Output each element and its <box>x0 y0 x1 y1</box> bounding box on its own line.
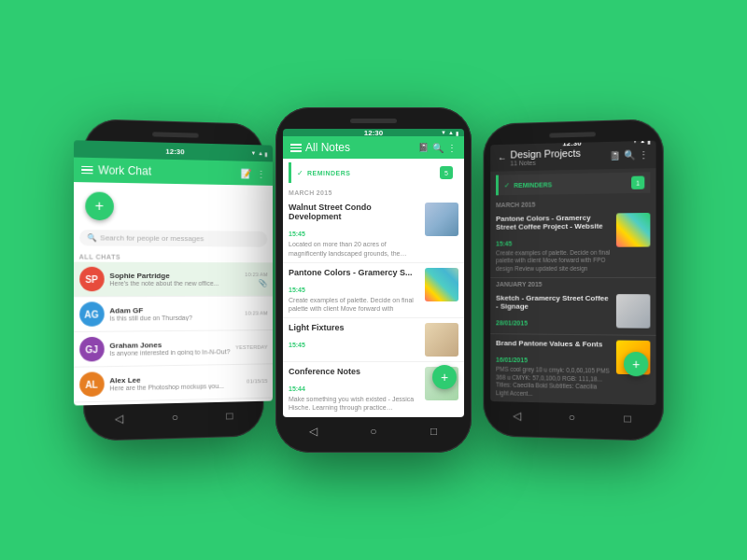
speaker-right <box>549 132 596 137</box>
search-placeholder: Search for people or messages <box>100 233 204 243</box>
chat-info: Sophie Partridge Here's the note about t… <box>109 272 239 287</box>
all-notes-header: All Notes 📓 🔍 ⋮ <box>283 136 464 159</box>
chat-info: Alex Lee Here are the Photoshop mockups … <box>109 374 241 392</box>
reminders-count-dark: 1 <box>631 175 644 189</box>
chat-search-bar[interactable]: 🔍 Search for people or messages <box>79 230 268 247</box>
search-icon[interactable]: 🔍 <box>432 143 444 153</box>
wifi-icon: ▲ <box>640 141 645 144</box>
nav-bar-left: ◁ ○ □ <box>91 401 256 430</box>
phone-work-chat: 12:30 ▼ ▲ ▮ Work Chat 📝 <box>83 119 263 441</box>
speaker-left <box>152 132 199 137</box>
chat-preview: Is anyone interested in going to In-N-Ou… <box>109 348 230 357</box>
screen-design-projects: 12:30 ▼ ▲ ▮ ← Design Projects 11 Notes 📓 <box>490 141 655 405</box>
chat-preview: Is this still due on Thursday? <box>109 315 239 322</box>
more-icon[interactable]: ⋮ <box>639 149 648 160</box>
note-time: 15:44 <box>289 385 305 392</box>
search-icon[interactable]: 🔍 <box>624 149 635 160</box>
hamburger-icon[interactable] <box>81 166 92 175</box>
chat-time: 10:23 AM <box>245 272 267 277</box>
reminder-check-icon: ✓ <box>297 169 303 177</box>
notebook-icon[interactable]: 📓 <box>610 150 620 160</box>
phone-all-notes: 12:30 ▼ ▲ ▮ All Notes 📓 <box>275 107 472 453</box>
note-title: Brand Pantone Values & Fonts <box>496 339 612 348</box>
note-item[interactable]: Pantone Colors - Gramercy Street Coffee … <box>490 208 655 279</box>
hamburger-icon[interactable] <box>290 144 302 152</box>
note-item[interactable]: Light Fixtures 15:45 <box>283 318 464 362</box>
note-text: PMS cool grey 10 u cmyk: 0,0,60,105 PMS … <box>496 366 612 399</box>
phones-container: 12:30 ▼ ▲ ▮ Work Chat 📝 <box>84 107 663 453</box>
note-time: 15:45 <box>289 231 305 237</box>
note-content: Brand Pantone Values & Fonts 16/01/2015 … <box>496 339 612 399</box>
design-notes-count: 11 Notes <box>510 158 605 166</box>
chat-name: Sophie Partridge <box>109 272 239 280</box>
chat-preview: Here's the note about the new office... <box>109 280 239 287</box>
section-date-march: MARCH 2015 <box>283 187 464 198</box>
back-icon[interactable]: ← <box>498 153 507 163</box>
recent-nav-icon[interactable]: □ <box>426 423 443 440</box>
signal-icon: ▼ <box>251 150 257 156</box>
fab-plus-icon: + <box>632 357 640 371</box>
note-title: Pantone Colors - Gramercy Street Coffee … <box>496 213 612 231</box>
note-text: Create examples of palette. Decide on fi… <box>496 249 612 273</box>
battery-icon: ▮ <box>456 130 458 136</box>
chat-preview: Here are the Photoshop mockups you... <box>109 383 241 392</box>
reminders-bar-dark[interactable]: ✓ REMINDERS 1 <box>496 172 650 195</box>
reminders-count: 5 <box>440 166 453 179</box>
home-nav-icon[interactable]: ○ <box>167 409 184 426</box>
note-title: Light Fixtures <box>289 323 420 332</box>
note-time: 16/01/2015 <box>496 357 528 363</box>
nav-bar-right: ◁ ○ □ <box>490 401 655 430</box>
back-nav-icon[interactable]: ◁ <box>111 410 128 427</box>
status-icons-left: ▼ ▲ ▮ <box>251 150 268 157</box>
chat-time: 10:23 AM <box>245 310 267 315</box>
note-content: Conference Notes 15:44 Make something yo… <box>289 367 420 412</box>
add-design-note-fab[interactable]: + <box>624 352 648 377</box>
home-nav-icon[interactable]: ○ <box>564 409 581 426</box>
more-icon[interactable]: ⋮ <box>447 143 457 153</box>
section-date-jan-dark: JANUARY 2015 <box>490 278 655 289</box>
avatar-ag: AG <box>79 301 105 327</box>
nav-bar-center: ◁ ○ □ <box>283 417 464 441</box>
note-item[interactable]: Pantone Colors - Gramercy S... 15:45 Cre… <box>283 263 464 318</box>
status-icons-right: ▼ ▲ ▮ <box>632 141 650 145</box>
back-nav-icon[interactable]: ◁ <box>509 407 525 424</box>
note-content: Pantone Colors - Gramercy Street Coffee … <box>496 213 612 273</box>
fab-plus-icon: + <box>94 198 104 215</box>
home-nav-icon[interactable]: ○ <box>365 423 382 440</box>
phone-design-projects: 12:30 ▼ ▲ ▮ ← Design Projects 11 Notes 📓 <box>484 119 664 441</box>
status-icons-center: ▼ ▲ ▮ <box>441 130 458 136</box>
avatar-al: AL <box>79 371 105 397</box>
notebook-icon[interactable]: 📓 <box>418 143 429 152</box>
design-title: Design Projects 11 Notes <box>510 147 605 166</box>
attachment-icon: 📎 <box>259 279 268 287</box>
note-item[interactable]: Walnut Street Condo Development 15:45 Lo… <box>283 198 464 262</box>
recent-nav-icon[interactable]: □ <box>221 407 237 424</box>
avatar-sp: SP <box>79 267 105 291</box>
note-text: Create examples of palette. Decide on fi… <box>289 296 420 313</box>
chat-time: 01/15/15 <box>247 378 267 384</box>
status-bar-center: 12:30 ▼ ▲ ▮ <box>283 129 464 136</box>
note-thumbnail <box>425 268 458 301</box>
back-nav-icon[interactable]: ◁ <box>304 423 321 440</box>
note-time: 28/01/2015 <box>496 320 528 327</box>
reminders-bar[interactable]: ✓ REMINDERS 5 <box>289 162 458 183</box>
add-note-fab[interactable]: + <box>432 365 457 389</box>
chat-time: YESTERDAY <box>235 344 268 350</box>
note-title: Walnut Street Condo Development <box>289 203 420 221</box>
note-item[interactable]: Sketch - Gramercy Street Coffee - Signag… <box>490 289 655 336</box>
chat-info: Graham Jones Is anyone interested in goi… <box>109 340 230 357</box>
chat-info: Adam GF Is this still due on Thursday? <box>109 306 239 322</box>
note-time: 15:45 <box>289 342 305 348</box>
all-notes-title: All Notes <box>305 141 415 154</box>
chat-item[interactable]: GJ Graham Jones Is anyone interested in … <box>74 330 274 368</box>
compose-icon[interactable]: 📝 <box>241 168 252 178</box>
chat-item[interactable]: AG Adam GF Is this still due on Thursday… <box>74 297 274 332</box>
chat-item[interactable]: AL Alex Lee Here are the Photoshop mocku… <box>74 364 274 402</box>
screen-work-chat: 12:30 ▼ ▲ ▮ Work Chat 📝 <box>74 140 274 405</box>
chat-item[interactable]: SP Sophie Partridge Here's the note abou… <box>74 262 274 298</box>
note-title: Sketch - Gramercy Street Coffee - Signag… <box>496 294 612 311</box>
note-content: Pantone Colors - Gramercy S... 15:45 Cre… <box>289 268 420 313</box>
recent-nav-icon[interactable]: □ <box>619 410 636 427</box>
more-icon[interactable]: ⋮ <box>257 168 266 178</box>
add-chat-fab[interactable]: + <box>85 191 114 220</box>
